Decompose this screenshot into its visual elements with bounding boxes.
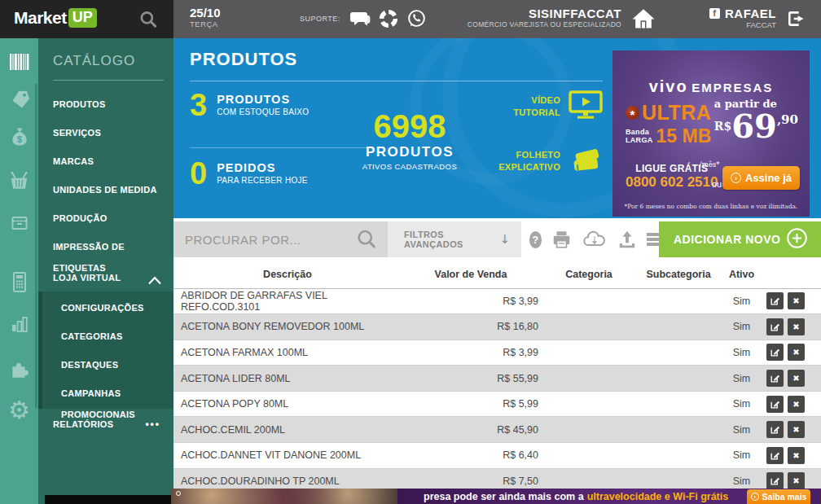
table-row[interactable]: ACETONA FARMAX 100ML R$ 3,99 Sim ✖ — [173, 340, 821, 366]
submenu-item-destaques[interactable]: DESTAQUES — [38, 354, 173, 375]
cell-categoria — [540, 340, 638, 366]
search-icon[interactable] — [138, 9, 159, 33]
page-title: PRODUTOS — [190, 49, 297, 70]
edit-button[interactable] — [766, 370, 784, 387]
advanced-filters-button[interactable]: FILTROS AVANÇADOS ↓ — [388, 221, 521, 257]
topbar-logo-section: Market UP — [0, 0, 173, 38]
edit-button[interactable] — [766, 447, 784, 464]
cell-valor: R$ 3,99 — [402, 340, 540, 366]
search-input[interactable] — [173, 233, 355, 247]
delete-button[interactable]: ✖ — [788, 370, 805, 387]
table-row[interactable]: ABRIDOR DE GARRAFAS VIEL REFO.COD.3101 R… — [173, 288, 821, 314]
cell-descricao: ABRIDOR DE GARRAFAS VIEL REFO.COD.3101 — [173, 288, 402, 314]
marketup-logo[interactable]: Market UP — [14, 8, 97, 28]
calculator-icon[interactable] — [0, 268, 38, 296]
cell-subcategoria — [638, 443, 719, 469]
help-icon[interactable]: ? — [529, 231, 542, 248]
list-view-icon[interactable] — [647, 233, 659, 246]
marketup-app: Market UP 25/10 TERÇA SUPORTE: — [0, 0, 821, 504]
cell-valor: R$ 6,40 — [402, 443, 540, 469]
stat-orders-sublabel: PARA RECEBER HOJE — [217, 176, 308, 185]
integrations-puzzle-icon[interactable] — [0, 356, 38, 383]
ad-price-block: a partir de R$ 69 ,90 /mês* — [714, 98, 798, 169]
stat-orders[interactable]: 0 PEDIDOS PARA RECEBER HOJE — [190, 159, 308, 188]
delete-button[interactable]: ✖ — [788, 318, 805, 335]
delete-button[interactable]: ✖ — [788, 421, 805, 438]
delete-button[interactable]: ✖ — [788, 396, 805, 413]
basket-icon[interactable] — [0, 167, 38, 195]
sidebar-item-producao[interactable]: PRODUÇÃO — [38, 208, 173, 229]
logo-text: Market — [14, 8, 67, 28]
col-header-valor[interactable]: Valor de Venda — [402, 261, 540, 288]
edit-button[interactable] — [766, 472, 784, 489]
submenu-item-categorias[interactable]: CATEGORIAS — [38, 326, 173, 347]
cta-arrow-icon: › — [751, 493, 759, 501]
submenu-item-campanhas[interactable]: CAMPANHAS PROMOCIONAIS — [38, 383, 173, 404]
add-new-button[interactable]: ADICIONAR NOVO — [659, 221, 821, 257]
col-header-subcategoria[interactable]: Subcategoria — [638, 261, 719, 288]
download-cloud-icon[interactable] — [582, 229, 608, 250]
page-header: PRODUTOS 3 PRODUTOS COM ESTOQUE BAIXO 0 … — [173, 38, 821, 218]
cell-valor: R$ 55,99 — [402, 366, 540, 392]
upload-icon[interactable] — [617, 229, 638, 250]
edit-button[interactable] — [766, 396, 784, 413]
money-bag-icon[interactable]: $ — [0, 123, 38, 151]
table-row[interactable]: ACETONA POPY 80ML R$ 5,99 Sim ✖ — [173, 391, 821, 417]
settings-gear-icon[interactable]: ⚙ — [0, 397, 38, 424]
date-day: 25/10 — [190, 6, 221, 20]
price-tag-icon[interactable] — [0, 85, 38, 113]
submenu-item-configuracoes[interactable]: CONFIGURAÇÕES — [38, 297, 173, 318]
strip-scrollbar[interactable] — [35, 83, 37, 409]
saiba-mais-button[interactable]: › Saiba mais — [747, 489, 810, 504]
logout-icon[interactable] — [786, 8, 808, 29]
logo-up-badge: UP — [68, 8, 97, 28]
table-row[interactable]: ACETONA BONY REMOVEDOR 100ML R$ 16,80 Si… — [173, 314, 821, 340]
edit-button[interactable] — [766, 344, 784, 361]
cell-subcategoria — [638, 314, 719, 340]
edit-button[interactable] — [766, 292, 784, 309]
folheto-explicativo-link[interactable]: FOLHETO EXPLICATIVO — [495, 144, 604, 178]
col-header-categoria[interactable]: Categoria — [540, 261, 638, 288]
table-row[interactable]: ACETONA LIDER 80ML R$ 55,99 Sim ✖ — [173, 366, 821, 392]
assine-ja-button[interactable]: › Assine já — [722, 166, 800, 190]
vivo-ad-banner[interactable]: vivo EMPRESAS * ULTRA BandaLARGA 15 MB — [612, 50, 810, 217]
company-subtitle: COMÉRCIO VAREJISTA OU ESPECIALIZADO — [377, 20, 621, 28]
search-icon[interactable] — [355, 228, 378, 251]
sidebar-item-unidades[interactable]: UNIDADES DE MEDIDA — [38, 179, 173, 200]
sidebar-item-produtos[interactable]: PRODUTOS — [38, 94, 173, 115]
user-name: fRAFAEL — [695, 7, 776, 20]
topbar: Market UP 25/10 TERÇA SUPORTE: — [0, 0, 821, 38]
edit-button[interactable] — [766, 421, 784, 438]
ultra-star-icon: * — [626, 106, 639, 120]
reports-chart-icon[interactable] — [0, 310, 38, 338]
sidebar-item-impressao[interactable]: IMPRESSÃO DE ETIQUETAS — [38, 236, 173, 257]
sidebar-item-relatorios[interactable]: RELATÓRIOS ••• — [38, 414, 173, 435]
cell-valor: R$ 16,80 — [402, 314, 540, 340]
user-info[interactable]: fRAFAEL FACCAT — [695, 7, 776, 29]
topbar-main-section: 25/10 TERÇA SUPORTE: SISINFFACCAT COMÉRC… — [173, 0, 821, 38]
table-row[interactable]: ACHOC.CEMIL 200ML R$ 45,90 Sim ✖ — [173, 417, 821, 443]
delete-button[interactable]: ✖ — [788, 292, 805, 309]
sidebar-item-marcas[interactable]: MARCAS — [38, 151, 173, 172]
sidebar-item-loja-virtual[interactable]: LOJA VIRTUAL — [38, 267, 173, 288]
table-row[interactable]: ACHOC.DANNET VIT DANONE 200ML R$ 6,40 Si… — [173, 443, 821, 469]
catalog-barcode-icon[interactable] — [0, 48, 38, 76]
delete-button[interactable]: ✖ — [788, 472, 805, 489]
col-header-ativo[interactable]: Ativo — [719, 261, 764, 288]
bottom-banner-photo[interactable] — [171, 489, 397, 504]
sidebar-item-servicos[interactable]: SERVIÇOS — [38, 122, 173, 143]
ad-product-name: ULTRA — [642, 101, 711, 125]
stock-box-icon[interactable] — [0, 209, 38, 237]
chat-icon[interactable] — [349, 9, 371, 28]
stat-low-stock[interactable]: 3 PRODUTOS COM ESTOQUE BAIXO — [190, 90, 309, 120]
home-icon[interactable] — [631, 8, 656, 30]
print-icon[interactable] — [551, 229, 573, 250]
col-header-descricao[interactable]: Descrição — [173, 261, 402, 288]
video-tutorial-link[interactable]: VÍDEO TUTORIAL — [495, 90, 604, 124]
delete-button[interactable]: ✖ — [788, 447, 805, 464]
cell-ativo: Sim — [719, 391, 764, 417]
delete-button[interactable]: ✖ — [788, 344, 805, 361]
edit-button[interactable] — [766, 318, 784, 335]
header-divider — [190, 81, 603, 81]
cell-categoria — [540, 366, 638, 392]
